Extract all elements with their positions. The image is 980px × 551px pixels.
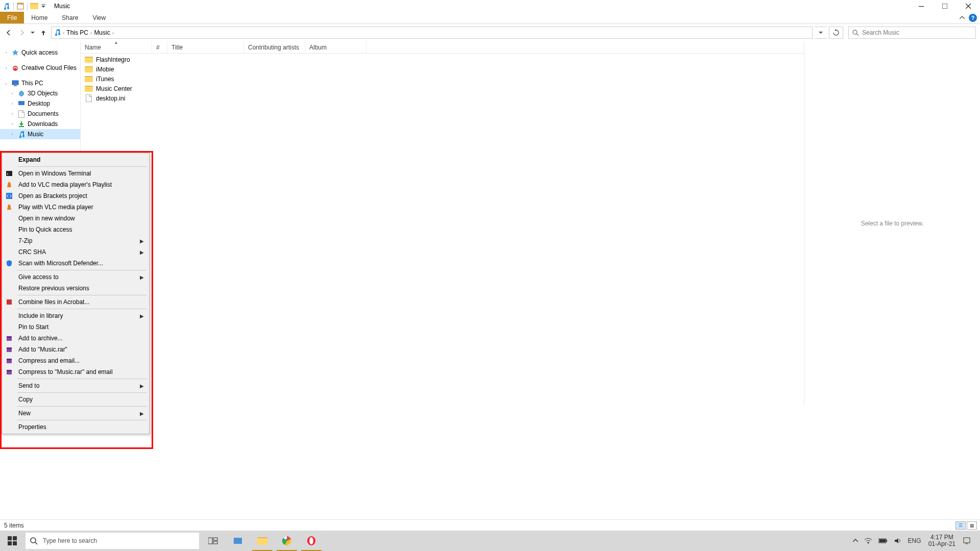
taskbar-clock[interactable]: 4:17 PM01-Apr-21 [924, 531, 960, 551]
file-row[interactable]: iMobie [81, 64, 804, 74]
file-row[interactable]: desktop.ini [81, 93, 804, 103]
cm-pin-start[interactable]: Pin to Start [3, 321, 148, 333]
cm-restore-versions[interactable]: Restore previous versions [3, 283, 148, 294]
chevron-right-icon[interactable]: › [112, 30, 114, 36]
tree-desktop[interactable]: ›Desktop [0, 98, 80, 109]
cm-expand[interactable]: Expand [3, 154, 148, 165]
task-view-button[interactable] [201, 531, 226, 551]
cm-include-library[interactable]: Include in library▶ [3, 310, 148, 321]
back-button[interactable] [3, 27, 14, 38]
defender-icon [5, 259, 13, 267]
tree-creative-cloud[interactable]: ›Creative Cloud Files [0, 63, 80, 73]
battery-icon[interactable] [875, 531, 891, 551]
minimize-button[interactable] [910, 0, 933, 12]
cm-new[interactable]: New▶ [3, 408, 148, 419]
recent-locations-dropdown[interactable] [30, 31, 36, 35]
tree-downloads[interactable]: ›Downloads [0, 119, 80, 129]
cm-add-archive[interactable]: Add to archive... [3, 333, 148, 344]
refresh-button[interactable] [829, 27, 843, 39]
cm-copy[interactable]: Copy [3, 394, 148, 405]
up-button[interactable] [38, 27, 49, 38]
wifi-icon[interactable] [861, 531, 875, 551]
breadcrumb-music[interactable]: Music [94, 29, 110, 36]
chevron-down-icon[interactable]: ⌄ [3, 81, 9, 86]
cm-combine-acrobat[interactable]: Combine files in Acrobat... [3, 296, 148, 308]
svg-rect-1 [17, 3, 23, 5]
qat-dropdown-icon[interactable] [40, 2, 47, 11]
close-button[interactable] [957, 0, 980, 12]
chevron-right-icon[interactable]: › [90, 30, 92, 36]
documents-icon [17, 110, 26, 118]
cm-send-to[interactable]: Send to▶ [3, 380, 148, 391]
breadcrumb-thispc[interactable]: This PC [66, 29, 88, 36]
cm-properties[interactable]: Properties [3, 421, 148, 433]
forward-button[interactable] [16, 27, 28, 38]
svg-rect-10 [19, 126, 24, 127]
cm-open-terminal[interactable]: Open in Windows Terminal [3, 168, 148, 179]
file-explorer-taskbar-icon[interactable] [250, 531, 275, 551]
cm-scan-defender[interactable]: Scan with Microsoft Defender... [3, 258, 148, 269]
maximize-button[interactable] [933, 0, 957, 12]
tab-view[interactable]: View [85, 12, 113, 23]
cm-give-access[interactable]: Give access to▶ [3, 271, 148, 283]
help-button[interactable]: ? [969, 12, 977, 24]
start-button[interactable] [0, 531, 24, 551]
pc-icon [11, 79, 19, 87]
address-bar[interactable]: › This PC › Music › [51, 27, 813, 39]
file-name: desktop.ini [96, 95, 125, 102]
tray-overflow-icon[interactable] [850, 531, 861, 551]
taskbar-search[interactable]: Type here to search [26, 533, 199, 549]
taskbar-icon[interactable] [226, 531, 250, 551]
cm-7zip[interactable]: 7-Zip▶ [3, 235, 148, 246]
tab-file[interactable]: File [0, 12, 24, 23]
tree-music[interactable]: ›Music [0, 129, 80, 139]
separator [13, 2, 14, 10]
chevron-right-icon[interactable]: › [63, 30, 64, 36]
folder-icon [85, 65, 93, 73]
tree-quick-access[interactable]: ›Quick access [0, 47, 80, 58]
svg-rect-8 [14, 85, 17, 86]
notifications-icon[interactable] [960, 531, 974, 551]
column-artist[interactable]: Contributing artists [244, 41, 305, 53]
file-list[interactable]: Name▲ # Title Contributing artists Album… [81, 41, 804, 405]
context-menu: Expand Open in Windows Terminal Add to V… [2, 153, 150, 434]
language-indicator[interactable]: ENG [905, 531, 924, 551]
column-number[interactable]: # [152, 41, 167, 53]
tiles-view-button[interactable]: ▦ [967, 521, 977, 530]
tab-share[interactable]: Share [55, 12, 85, 23]
qat-properties-icon[interactable] [16, 2, 25, 11]
cm-add-vlc-playlist[interactable]: Add to VLC media player's Playlist [3, 179, 148, 190]
opera-taskbar-icon[interactable] [299, 531, 324, 551]
tree-this-pc[interactable]: ⌄This PC [0, 78, 80, 88]
cm-crc-sha[interactable]: CRC SHA▶ [3, 246, 148, 258]
details-view-button[interactable]: ☰ [955, 521, 966, 530]
cm-open-new-window[interactable]: Open in new window [3, 213, 148, 224]
tab-home[interactable]: Home [24, 12, 55, 23]
tree-3d-objects[interactable]: ›3D Objects [0, 88, 80, 98]
qat-folder-icon[interactable] [30, 2, 39, 11]
column-album[interactable]: Album [305, 41, 366, 53]
file-row[interactable]: Music Center [81, 84, 804, 93]
ribbon-expand-icon[interactable] [960, 12, 965, 24]
show-desktop-button[interactable] [974, 531, 980, 551]
search-box[interactable]: Search Music [848, 27, 976, 39]
cm-compress-music-email[interactable]: Compress to "Music.rar" and email [3, 366, 148, 378]
tree-label: 3D Objects [28, 90, 58, 97]
star-icon [11, 48, 19, 57]
cm-open-brackets[interactable]: Open as Brackets project [3, 190, 148, 202]
cm-compress-email[interactable]: Compress and email... [3, 355, 148, 366]
cm-play-vlc[interactable]: Play with VLC media player [3, 202, 148, 213]
winrar-icon [5, 357, 13, 365]
svg-rect-22 [8, 536, 12, 540]
tree-documents[interactable]: ›Documents [0, 109, 80, 119]
file-row[interactable]: FlashIntegro [81, 55, 804, 64]
column-title[interactable]: Title [167, 41, 244, 53]
column-name[interactable]: Name▲ [81, 41, 152, 53]
cm-add-music-rar[interactable]: Add to "Music.rar" [3, 344, 148, 355]
file-row[interactable]: iTunes [81, 74, 804, 84]
address-history-dropdown[interactable] [815, 27, 827, 39]
volume-icon[interactable] [891, 531, 905, 551]
chrome-taskbar-icon[interactable] [275, 531, 299, 551]
downloads-icon [17, 120, 26, 128]
cm-pin-quick-access[interactable]: Pin to Quick access [3, 224, 148, 235]
